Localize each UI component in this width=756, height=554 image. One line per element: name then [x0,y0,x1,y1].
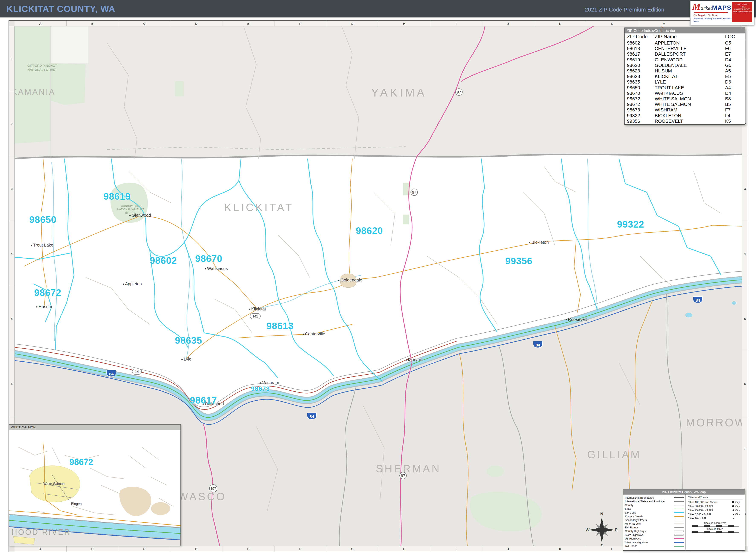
city-marker-centerville: Centerville [303,332,325,336]
zip-area-label-98635: 98635 [175,335,202,346]
map-title: KLICKITAT COUNTY, WA [6,4,115,14]
grid-number: 6 [9,351,14,416]
zip-index-cell-zip: 98613 [625,46,655,51]
legend-item-swatch [674,542,684,543]
legend-item-label: Interstate Highways [625,541,648,544]
brand-m: M [692,1,701,12]
zip-index-cell-name: TROUT LAKE [655,85,725,91]
zip-area-label-98670: 98670 [195,253,222,264]
city-marker-maryhill: Maryhill [406,357,423,362]
zip-index-cell-name: WISHRAM [655,107,725,113]
zip-index-cell-name: WAHKIACUS [655,91,725,96]
zip-index-cell-name: WHITE SALMON [655,102,725,107]
grid-ruler-top: ABCDEFGHIJKLMN [14,21,742,26]
zip-index-cell-loc: A5 [725,68,742,74]
legend-item: ZIP Code [625,511,684,514]
zip-index-row: 98623 HUSUM A5 [625,68,745,74]
legend-item: International States and Provinces [625,500,684,503]
grid-letter: D [170,21,222,26]
grid-letter: J [482,21,534,26]
zip-index-cell-loc: E7 [725,51,742,57]
zip-area-label-98650: 98650 [29,214,56,225]
legend-item-swatch [674,523,684,524]
grid-number: 4 [742,221,748,286]
area-label-gifford-pinchot: GIFFORD PINCHOT NATIONAL FOREST [26,64,58,72]
zip-index-row: 98672 WHITE SALMON B5 [625,102,745,107]
city-marker-roosevelt: Roosevelt [565,317,587,322]
grid-number: 6 [742,351,748,416]
grid-letter: J [482,546,534,552]
zip-index-cell-loc: D4 [725,91,742,96]
zip-area-label-98617: 98617 [190,395,217,406]
legend-item-label: Secondary Streets [625,519,647,521]
zip-index-row: 98619 GLENWOOD D4 [625,57,745,63]
zip-area-label-98620: 98620 [356,225,383,236]
logo-contact-line: www.MarketMAPS.com [733,11,751,13]
zip-index-row: 98672 WHITE SALMON B8 [625,96,745,102]
zip-index-row: 98673 WISHRAM F7 [625,107,745,113]
scale-km-label: Scale in Kilometers [688,521,743,524]
legend-city-sample: City [735,509,743,512]
grid-letter: B [66,21,118,26]
zip-index-cell-name: LYLE [655,79,725,85]
inset-zip-label-98672: 98672 [69,457,93,467]
grid-number: 1 [9,26,14,91]
grid-letter: G [326,546,378,552]
zip-index-cell-name: GLENWOOD [655,57,725,63]
zip-index-cell-loc: B8 [725,96,742,102]
legend-item-label: International States and Provinces [625,500,665,503]
zip-index-cell-zip: 99356 [625,118,655,124]
grid-number: 2 [9,91,14,156]
grid-letter: C [118,21,170,26]
grid-letter: F [274,546,326,552]
legend-item: Toll Roads [625,544,684,548]
ruler-corner [9,21,14,26]
county-label-wasco: WASCO [178,491,226,503]
legend-body: International Boundaries International S… [623,495,745,550]
legend-city-items: Cities 100,000 and Above City Cities 50,… [688,500,743,520]
legend-item-swatch [674,501,684,502]
sr-142-shield-label: 142 [252,315,258,318]
zip-index-rows: 98602 APPLETON C5 98613 CENTERVILLE F6 9… [625,40,745,124]
zip-index-col-zip: ZIP Code [625,34,655,40]
grid-letter: H [378,546,431,552]
city-marker-klickitat: Klickitat [249,307,266,312]
legend-title: 2021 Klickitat County, WA Map [623,489,745,495]
city-marker-wishram: Wishram [260,380,279,385]
city-marker-glenwood: Glenwood [129,213,151,218]
legend-city-label: Cities 5,000 - 24,999 [688,513,733,516]
us-197-shield-label: 197 [210,487,216,491]
logo-contact-line: 1-888-MAPS-EXPT [733,8,751,11]
legend-item: County Highways [625,530,684,533]
interstate-84-shield-label: 84 [696,298,700,302]
ruler-corner [9,546,14,552]
inset-city-bingen: Bingen [71,502,82,506]
zip-index-row: 98613 CENTERVILLE F6 [625,46,745,51]
city-marker-trout-lake: Trout Lake [31,243,53,247]
grid-letter: A [14,546,66,552]
legend-item-label: County Highways [625,530,646,533]
zip-index-header: ZIP Code ZIP Name LOC [625,34,745,40]
county-label-morrow: MORROW [686,416,742,429]
legend-city-label: Cities 100,000 and Above [688,501,732,504]
city-size-marker [733,509,734,511]
zip-index-row: 98650 TROUT LAKE A4 [625,85,745,91]
interstate-84-shield-label: 84 [536,343,540,347]
logo-brand: MarketMAPS On Target... On Time. America… [692,2,732,22]
legend-item: Exit Ramps [625,525,684,530]
zip-index-col-name: ZIP Name [655,34,725,40]
grid-letter: B [66,546,118,552]
city-marker-goldendale: Goldendale [338,278,362,283]
grid-number: 4 [9,221,14,286]
zip-index-cell-zip: 98672 [625,96,655,102]
legend-cities-column: Cities and Towns Cities 100,000 and Abov… [686,495,745,550]
zip-index-row: 98628 KLICKITAT E5 [625,74,745,79]
county-label-klickitat: KLICKITAT [224,201,294,214]
logo-contact-line: CALL US TOLL FREE [733,3,751,8]
interstate-84-shield-label: 84 [309,414,314,419]
logo-tagline-2: America's Leading Source of Business Map… [694,17,732,22]
inset-title: WHITE SALMON [9,425,181,430]
legend-item-swatch [674,546,684,547]
legend-item: County [625,503,684,507]
grid-letter: I [431,21,483,26]
